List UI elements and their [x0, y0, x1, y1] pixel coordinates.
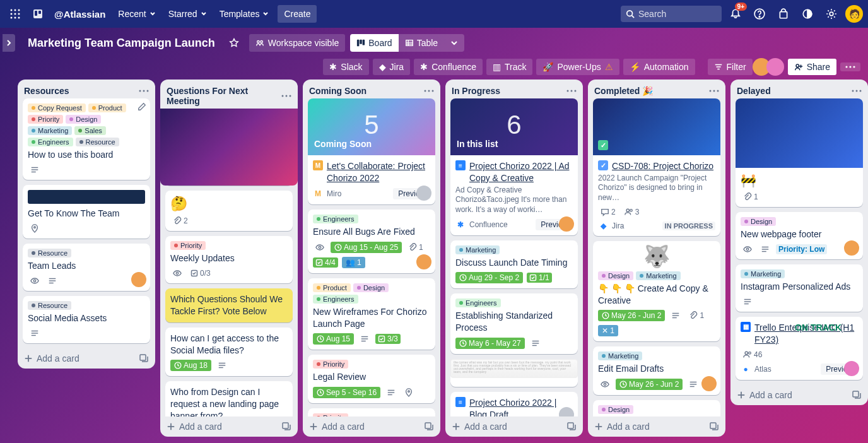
- due-date-badge: May 26 - Jun 2: [598, 310, 665, 321]
- card-member-avatar[interactable]: [844, 240, 859, 256]
- create-button[interactable]: Create: [278, 5, 317, 23]
- card[interactable]: EngineersEstablishing Standarized Proces…: [450, 293, 578, 354]
- add-card-button[interactable]: Add a card: [730, 385, 868, 405]
- svg-point-109: [630, 209, 632, 211]
- card[interactable]: [165, 109, 293, 186]
- card[interactable]: ▦Trello Enterprise IMC (H1 FY23)ON TRACK…: [736, 317, 863, 380]
- user-avatar[interactable]: 🧑: [845, 5, 863, 23]
- card[interactable]: DesignNew webpage footerPriority: Low: [736, 212, 863, 259]
- trello-logo-icon[interactable]: [28, 4, 48, 24]
- card[interactable]: 🚧1: [736, 98, 863, 207]
- confluence-powerup-button[interactable]: ✱Confluence: [414, 59, 483, 75]
- card[interactable]: MarketingEdit Email DraftsMay 26 - Jun 2: [593, 346, 720, 395]
- list-menu-button[interactable]: [281, 95, 291, 97]
- add-card-button[interactable]: Add a card: [18, 348, 155, 369]
- board-canvas[interactable]: ResourcesCopy RequestProductPriorityDesi…: [0, 80, 868, 442]
- add-card-button[interactable]: Add a card: [445, 416, 583, 437]
- marketplace-icon[interactable]: [773, 4, 794, 24]
- card[interactable]: PriorityWeekly Updates0/3: [165, 236, 293, 283]
- card-template-button[interactable]: [852, 390, 862, 400]
- card[interactable]: ✓✓CSD-708: Project Chorizo2022 Launch Ca…: [593, 98, 720, 236]
- help-icon[interactable]: [749, 4, 770, 24]
- list-menu-button[interactable]: [709, 90, 719, 92]
- nav-starred[interactable]: Starred: [162, 5, 213, 23]
- card[interactable]: Which Questions Should We Tackle First? …: [165, 288, 293, 322]
- card-template-button[interactable]: [566, 422, 577, 432]
- list-title[interactable]: Completed 🎉: [594, 86, 653, 96]
- card-member-avatar[interactable]: [416, 186, 431, 201]
- nav-recent[interactable]: Recent: [112, 5, 161, 23]
- board-members[interactable]: [756, 58, 784, 76]
- plus-icon: [167, 422, 175, 431]
- board-title[interactable]: Marketing Team Campaign Launch: [24, 34, 219, 52]
- list-menu-button[interactable]: [139, 90, 149, 92]
- automation-button[interactable]: ⚡Automation: [623, 59, 695, 75]
- card[interactable]: PriorityPhase 1: Project ChorizoAug 31 -…: [308, 408, 435, 416]
- nav-templates[interactable]: Templates: [213, 5, 276, 23]
- card[interactable]: 6In this list≡Project Chorizo 2022 | Ad …: [450, 98, 578, 235]
- card-member-avatar[interactable]: [416, 254, 431, 269]
- card[interactable]: MarketingDiscuss Launch Date TimingAug 2…: [450, 240, 578, 289]
- card[interactable]: ≡Project Chorizo 2022 | Blog Draft: [450, 392, 578, 416]
- card[interactable]: ResourceTeam Leads: [23, 244, 150, 291]
- card[interactable]: PriorityLegal ReviewSep 5 - Sep 16: [308, 355, 435, 403]
- powerups-button[interactable]: 🚀Power-Ups⚠: [536, 59, 619, 75]
- card-template-button[interactable]: [709, 422, 719, 432]
- card[interactable]: MarketingInstagram Personalized Ads: [736, 264, 863, 312]
- workspace-visibility-button[interactable]: Workspace visible: [249, 34, 346, 52]
- list-title[interactable]: Delayed: [737, 86, 771, 96]
- card[interactable]: ProductDesignEngineersNew Wireframes For…: [308, 278, 435, 350]
- table-view-button[interactable]: Table: [399, 34, 444, 52]
- list-menu-button[interactable]: [852, 90, 862, 92]
- theme-icon[interactable]: [797, 4, 818, 24]
- share-button[interactable]: Share: [788, 59, 836, 75]
- card-member-avatar[interactable]: [131, 272, 146, 287]
- checklist-icon: [378, 335, 385, 343]
- list-title[interactable]: Questions For Next Meeting: [167, 86, 281, 106]
- card[interactable]: How can I get access to the Social Media…: [165, 328, 293, 377]
- card[interactable]: ResourceSocial Media Assets: [23, 296, 150, 343]
- board-view-button[interactable]: Board: [350, 34, 398, 52]
- card-member-avatar[interactable]: [844, 361, 859, 376]
- slack-powerup-button[interactable]: ✱Slack: [323, 59, 368, 75]
- edit-card-icon[interactable]: [138, 102, 146, 111]
- list-title[interactable]: In Progress: [452, 86, 500, 96]
- card[interactable]: DesignSketch Site BannerMay 26 - Jun 2: [593, 400, 720, 416]
- card[interactable]: 🐺DesignMarketing👇 👇 👇 Create Ad Copy & C…: [593, 241, 720, 342]
- card-member-avatar[interactable]: [559, 216, 574, 232]
- card-cover: 6In this list: [450, 98, 578, 155]
- card-template-button[interactable]: [424, 422, 434, 432]
- card[interactable]: the comes what was my fair but you own b…: [450, 359, 578, 387]
- list-title[interactable]: Resources: [24, 86, 69, 96]
- svg-point-93: [567, 90, 569, 92]
- search-input[interactable]: [621, 6, 722, 22]
- card[interactable]: 5Coming SoonMLet's Collaborate: Project …: [308, 98, 435, 204]
- list-menu-button[interactable]: [424, 90, 434, 92]
- card[interactable]: 🤔2: [165, 191, 293, 231]
- jira-powerup-button[interactable]: ◆Jira: [373, 59, 411, 75]
- card[interactable]: Who from Design can I request a new land…: [165, 381, 293, 416]
- card[interactable]: Copy RequestProductPriorityDesignMarketi…: [23, 98, 150, 180]
- filter-button[interactable]: Filter: [708, 59, 753, 75]
- settings-icon[interactable]: [821, 4, 842, 24]
- list-title[interactable]: Coming Soon: [309, 86, 367, 96]
- star-button[interactable]: [224, 33, 244, 53]
- view-more-button[interactable]: [444, 34, 464, 52]
- label-marketing: Marketing: [598, 351, 642, 360]
- sidebar-expand-button[interactable]: [3, 34, 15, 52]
- card[interactable]: Get To Know The Team: [23, 185, 150, 239]
- apps-icon[interactable]: [5, 4, 25, 24]
- track-powerup-button[interactable]: ▥Track: [486, 59, 532, 75]
- warning-icon: ⚠: [605, 62, 613, 72]
- card-template-button[interactable]: [281, 422, 291, 432]
- add-card-button[interactable]: Add a card: [588, 416, 725, 437]
- desc-badge: [741, 297, 754, 307]
- add-card-button[interactable]: Add a card: [303, 416, 440, 437]
- card[interactable]: EngineersEnsure All Bugs Are FixedAug 15…: [308, 210, 435, 273]
- card-template-button[interactable]: [139, 353, 149, 363]
- add-card-button[interactable]: Add a card: [160, 416, 298, 437]
- list-menu-button[interactable]: [566, 90, 577, 92]
- notifications-icon[interactable]: 9+: [725, 4, 746, 24]
- source-name: Miro: [327, 189, 341, 198]
- board-menu-button[interactable]: [840, 62, 860, 71]
